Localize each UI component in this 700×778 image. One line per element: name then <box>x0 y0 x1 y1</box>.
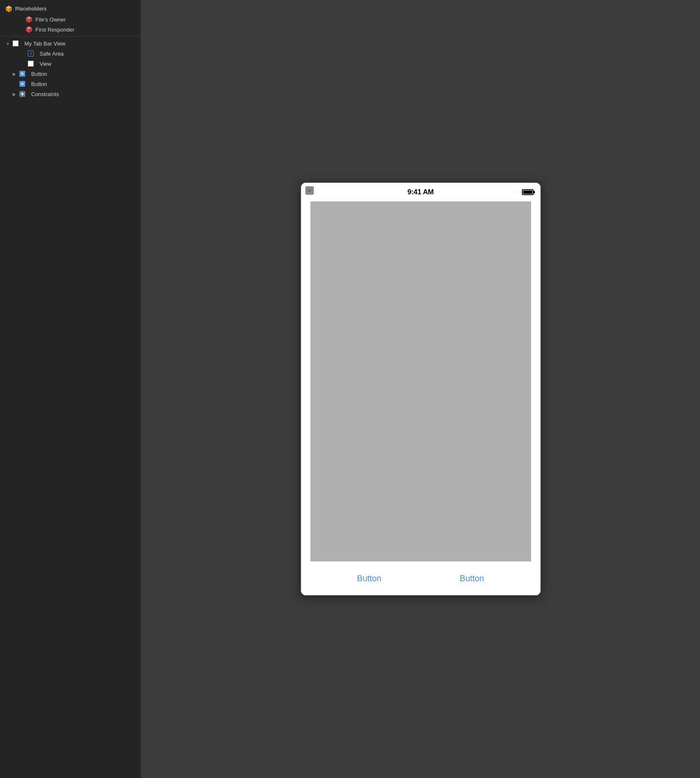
sim-close-button[interactable]: ✕ <box>305 186 314 195</box>
svg-rect-17 <box>22 95 23 96</box>
sidebar-item-first-responder[interactable]: First Responder <box>0 24 141 35</box>
sidebar-item-safe-area[interactable]: I Safe Area <box>0 48 141 59</box>
sidebar-item-button2[interactable]: B Button <box>0 79 141 89</box>
files-owner-icon <box>25 16 33 23</box>
first-responder-icon <box>25 26 33 33</box>
safe-area-label: Safe Area <box>40 51 64 57</box>
sim-content: Button Button <box>301 201 540 595</box>
button1-label: Button <box>31 71 47 77</box>
first-responder-label: First Responder <box>35 27 74 33</box>
files-owner-label: File's Owner <box>35 16 66 23</box>
svg-rect-15 <box>23 94 24 94</box>
placeholders-cube-icon <box>5 5 13 13</box>
placeholders-label: Placeholders <box>15 6 47 12</box>
view-icon <box>27 60 35 67</box>
tab-bar-view-label: My Tab Bar View <box>24 40 65 47</box>
sidebar-item-view[interactable]: View <box>0 59 141 69</box>
button2-icon: B <box>19 80 26 88</box>
sidebar-item-button1[interactable]: ▶ B Button <box>0 69 141 79</box>
simulator-frame: ✕ 9:41 AM Button Button <box>301 182 541 596</box>
sim-button-2[interactable]: Button <box>460 574 484 583</box>
sidebar-item-constraints[interactable]: ▶ Constraints <box>0 89 141 99</box>
constraints-icon <box>19 90 26 98</box>
status-time: 9:41 AM <box>407 188 433 196</box>
placeholders-section: Placeholders <box>0 3 141 14</box>
button2-label: Button <box>31 81 47 87</box>
sidebar-item-files-owner[interactable]: File's Owner <box>0 14 141 24</box>
svg-rect-14 <box>21 94 21 94</box>
sim-bottom-bar: Button Button <box>301 561 540 595</box>
sim-main-view <box>310 201 531 561</box>
disclosure-arrow-tab-bar[interactable]: ▾ <box>5 41 10 46</box>
button1-icon: B <box>19 70 26 78</box>
tab-bar-view-icon <box>12 40 19 47</box>
sidebar-item-tab-bar-view[interactable]: ▾ My Tab Bar View <box>0 38 141 48</box>
svg-rect-16 <box>22 92 23 93</box>
disclosure-arrow-button1[interactable]: ▶ <box>12 71 17 76</box>
sidebar-divider-1 <box>0 36 141 37</box>
status-bar: 9:41 AM <box>301 183 540 201</box>
safe-area-icon: I <box>27 50 35 57</box>
constraints-label: Constraints <box>31 91 59 97</box>
sim-button-1[interactable]: Button <box>357 574 382 583</box>
view-label: View <box>40 61 51 67</box>
canvas-area: ✕ 9:41 AM Button Button <box>141 0 700 778</box>
sidebar: Placeholders File's Owner First Responde… <box>0 0 141 778</box>
disclosure-arrow-constraints[interactable]: ▶ <box>12 91 17 97</box>
